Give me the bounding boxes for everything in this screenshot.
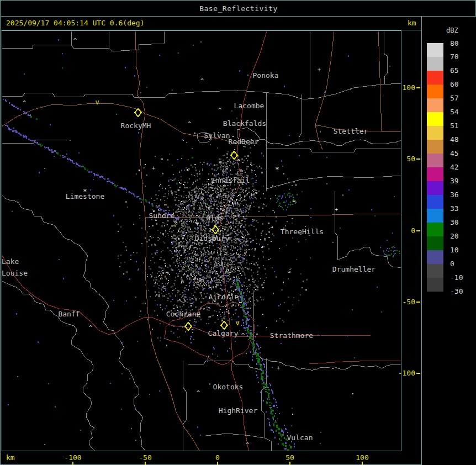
legend-swatch <box>427 223 443 236</box>
boundary-line <box>384 31 387 84</box>
legend-label: 33 <box>450 204 459 213</box>
radar-app-window: Base_Reflectivity 2025/09/17 04:05:14 UT… <box>0 0 476 465</box>
legend-swatch <box>427 236 443 250</box>
legend-label: 10 <box>450 246 459 255</box>
legend-label: 30 <box>450 218 459 227</box>
plus-marker-icon: + <box>152 165 155 171</box>
legend-swatch <box>427 140 443 154</box>
boundary-line <box>2 195 145 451</box>
caret-marker-icon: ^ <box>200 77 204 84</box>
legend-label: 42 <box>450 163 459 172</box>
legend-label: 54 <box>450 108 459 117</box>
city-label: Drumheller <box>332 265 375 273</box>
legend-label-top: 80 <box>450 39 459 48</box>
legend-title: dBZ <box>446 27 458 34</box>
legend-swatch <box>427 126 443 140</box>
legend-label: 20 <box>450 232 459 241</box>
city-label: Cochrane <box>166 310 201 318</box>
city-label: Okotoks <box>213 383 244 391</box>
city-label: Lake <box>2 257 19 266</box>
bottom-axis-tick <box>217 462 218 465</box>
caret-marker-icon: ^ <box>218 107 222 114</box>
bottom-axis-unit: km <box>6 453 15 462</box>
legend-swatch <box>427 98 443 112</box>
highway-line <box>135 31 199 451</box>
right-axis-tick <box>416 302 420 303</box>
caret-marker-icon: ^ <box>73 37 77 44</box>
plus-marker-icon: + <box>277 365 280 371</box>
plus-marker-icon: + <box>318 67 321 73</box>
legend-label: -30 <box>450 287 463 296</box>
boundary-line <box>188 361 260 369</box>
bottom-axis-tick-label: -100 <box>64 453 81 462</box>
city-label: Ponoka <box>253 71 279 80</box>
map-markers: vv^^^^^^^^^^^+++++** <box>23 37 338 448</box>
city-label: HighRiver <box>219 406 258 415</box>
site-diamond-icon <box>135 109 141 117</box>
caret-marker-icon: ^ <box>246 441 250 448</box>
city-label: Strathmore <box>270 331 313 340</box>
city-label: Vulcan <box>287 434 313 442</box>
legend-label: 57 <box>450 94 459 103</box>
legend-swatch <box>427 167 443 181</box>
scan-timestamp: 2025/09/17 04:05:14 UTC 0.6(deg) <box>6 17 144 30</box>
city-label: Sundre <box>149 212 175 220</box>
city-label: Stettler <box>334 127 368 135</box>
legend-label: 60 <box>450 80 459 89</box>
legend-label: 65 <box>450 66 459 75</box>
boundary-line <box>183 361 186 451</box>
boundary-line <box>206 434 263 438</box>
legend-label: 51 <box>450 121 459 130</box>
city-label: Sylvan <box>204 131 230 140</box>
legend-swatch <box>427 209 443 223</box>
boundary-line <box>2 44 164 51</box>
radar-map-svg: vv^^^^^^^^^^^+++++**PonokaLacombeBlackfa… <box>2 31 401 451</box>
legend-label: 0 <box>450 260 454 268</box>
city-label: ThreeHills <box>281 228 324 236</box>
site-diamond-icon <box>221 321 228 329</box>
bottom-axis-tick <box>72 462 73 465</box>
legend-swatch <box>427 57 443 71</box>
radar-map-canvas[interactable]: vv^^^^^^^^^^^+++++**PonokaLacombeBlackfa… <box>2 30 401 451</box>
right-axis-tick-label: 100 <box>403 83 415 92</box>
plus-marker-icon: + <box>335 207 338 213</box>
right-axis-tick-label: 0 <box>411 226 415 235</box>
radar-echoes <box>3 39 400 451</box>
bottom-axis-tick-label: 50 <box>285 453 294 462</box>
legend-swatch <box>427 71 443 84</box>
city-label: Airdrie <box>209 293 239 301</box>
bottom-axis-tick <box>145 462 146 465</box>
legend-swatch <box>427 195 443 209</box>
legend-label: 48 <box>450 135 459 144</box>
boundary-line <box>266 149 401 152</box>
legend-label: 39 <box>450 177 459 186</box>
city-label: Didsbury <box>195 234 230 242</box>
right-axis-unit: km <box>408 17 416 30</box>
caret-marker-icon: ^ <box>219 189 223 197</box>
color-scale-legend: dBZ 807065605754514845423936333020100-10… <box>421 17 476 465</box>
highway-line <box>2 103 232 142</box>
boundary-line <box>299 94 302 145</box>
caret-marker-icon: ^ <box>89 324 93 331</box>
city-label: Olds <box>206 214 223 222</box>
legend-swatch <box>427 264 443 278</box>
right-axis-tick <box>416 373 420 374</box>
caret-marker-icon: ^ <box>241 332 245 339</box>
city-label: Banff <box>58 310 80 318</box>
right-axis-tick-label: -50 <box>403 298 415 307</box>
asterisk-marker-icon: * <box>275 165 279 173</box>
v-marker-icon: v <box>235 319 239 327</box>
plus-marker-icon: + <box>195 220 199 226</box>
city-label: RedDeer <box>229 138 259 146</box>
boundary-line <box>266 176 401 189</box>
bottom-axis-tick <box>362 462 363 465</box>
legend-swatch <box>427 84 443 98</box>
caret-marker-icon: ^ <box>237 158 241 165</box>
city-label: Innisfail <box>211 176 250 184</box>
city-label: Blackfalds <box>223 119 266 128</box>
bottom-axis-tick-label: -50 <box>139 453 151 462</box>
legend-label: 45 <box>450 149 459 158</box>
legend-label: 36 <box>450 191 459 199</box>
legend-label: -10 <box>450 273 463 282</box>
legend-swatch <box>427 154 443 167</box>
